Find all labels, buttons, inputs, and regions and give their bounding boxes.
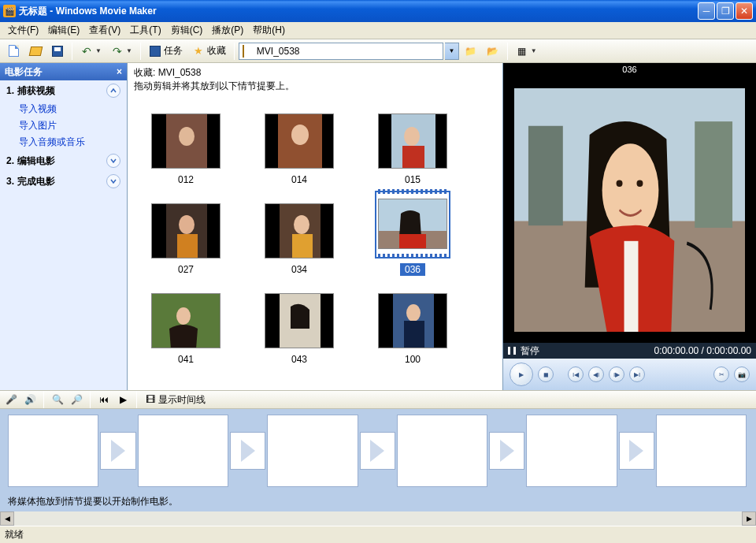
scroll-track[interactable] bbox=[14, 511, 742, 526]
open-button[interactable] bbox=[25, 42, 46, 61]
collection-select-dropdown[interactable]: ▼ bbox=[445, 43, 459, 60]
up-folder-icon: 📁 bbox=[465, 45, 477, 58]
redo-button[interactable]: ↷▼ bbox=[107, 42, 136, 61]
transition-slot[interactable] bbox=[100, 432, 135, 470]
task-section-capture[interactable]: 1. 捕获视频 bbox=[0, 80, 127, 101]
task-section-finish[interactable]: 3. 完成电影 bbox=[0, 171, 127, 192]
svg-point-1 bbox=[179, 127, 195, 146]
svg-point-3 bbox=[291, 125, 309, 145]
storyboard-slot[interactable] bbox=[8, 415, 98, 487]
storyboard-slot[interactable] bbox=[267, 415, 358, 487]
tasks-pane: 电影任务 × 1. 捕获视频 导入视频 导入图片 导入音频或音乐 2. 编辑电影… bbox=[0, 63, 128, 390]
storyboard-strip[interactable] bbox=[0, 409, 756, 492]
task-import-picture[interactable]: 导入图片 bbox=[0, 117, 127, 134]
maximize-button[interactable]: ❐ bbox=[717, 2, 734, 20]
transition-slot[interactable] bbox=[360, 432, 395, 470]
storyboard-slot[interactable] bbox=[138, 415, 228, 487]
svg-point-30 bbox=[636, 180, 643, 187]
menu-file[interactable]: 文件(F) bbox=[3, 22, 43, 39]
snapshot-button[interactable]: 📷 bbox=[734, 366, 750, 382]
stop-button[interactable]: ◼ bbox=[538, 366, 554, 382]
thumb-label: 012 bbox=[173, 173, 198, 186]
show-timeline-button[interactable]: 🎞 显示时间线 bbox=[143, 393, 209, 407]
collection-select-value: MVI_0538 bbox=[257, 46, 439, 57]
toolbar: ↶▼ ↷▼ 任务 ★ 收藏 MVI_0538 ▼ 📁 📂 ▦▼ bbox=[0, 39, 756, 63]
scroll-right-button[interactable]: ▶ bbox=[742, 511, 756, 526]
next-clip-button[interactable]: ▶I bbox=[629, 366, 645, 382]
pause-icon bbox=[508, 347, 516, 355]
thumb-label: 036 bbox=[400, 263, 425, 276]
new-button[interactable] bbox=[3, 42, 24, 61]
zoom-in-button[interactable]: 🔍 bbox=[50, 392, 65, 407]
transition-slot[interactable] bbox=[489, 432, 524, 470]
thumb-image bbox=[378, 113, 447, 169]
tasks-header-label: 电影任务 bbox=[5, 65, 43, 79]
transition-icon bbox=[370, 440, 384, 462]
thumb-label: 034 bbox=[287, 263, 312, 276]
clip-thumb[interactable]: 027 bbox=[131, 189, 241, 276]
tasks-close-icon[interactable]: × bbox=[117, 66, 122, 77]
collection-button[interactable]: ★ 收藏 bbox=[188, 42, 230, 61]
menu-view[interactable]: 查看(V) bbox=[84, 22, 125, 39]
open-folder-icon bbox=[29, 45, 42, 58]
clip-thumb[interactable]: 012 bbox=[131, 99, 241, 186]
preview-pane: 036 暂停 bbox=[502, 63, 756, 390]
step-fwd-button[interactable]: I▶ bbox=[609, 366, 624, 382]
clip-thumb[interactable]: 041 bbox=[131, 279, 241, 366]
transition-slot[interactable] bbox=[619, 432, 654, 470]
undo-icon: ↶ bbox=[80, 45, 93, 58]
thumb-image bbox=[151, 113, 220, 169]
preview-status-bar: 暂停 0:00:00.00 / 0:00:00.00 bbox=[503, 343, 756, 359]
new-folder-button[interactable]: 📂 bbox=[483, 42, 503, 61]
svg-rect-12 bbox=[292, 234, 313, 258]
tasks-button[interactable]: 任务 bbox=[145, 42, 187, 61]
transition-slot[interactable] bbox=[230, 432, 265, 470]
svg-rect-26 bbox=[528, 126, 563, 225]
clip-thumb[interactable]: 043 bbox=[244, 279, 354, 366]
new-doc-icon bbox=[7, 45, 20, 58]
clip-thumb[interactable]: 034 bbox=[244, 189, 354, 276]
menu-tools[interactable]: 工具(T) bbox=[125, 22, 165, 39]
rewind-button[interactable]: ⏮ bbox=[96, 392, 112, 407]
collection-select[interactable]: MVI_0538 bbox=[239, 43, 443, 60]
statusbar: 就绪 bbox=[0, 526, 756, 543]
audio-levels-button[interactable]: 🔊 bbox=[22, 392, 38, 407]
task-import-audio[interactable]: 导入音频或音乐 bbox=[0, 134, 127, 151]
up-level-button[interactable]: 📁 bbox=[461, 42, 481, 61]
prev-clip-button[interactable]: I◀ bbox=[568, 366, 584, 382]
clip-thumb[interactable]: 100 bbox=[358, 279, 468, 366]
play-timeline-button[interactable]: ▶ bbox=[115, 392, 131, 407]
step-back-button[interactable]: ◀I bbox=[588, 366, 604, 382]
storyboard-slot[interactable] bbox=[526, 415, 617, 487]
task-import-video[interactable]: 导入视频 bbox=[0, 101, 127, 117]
menu-edit[interactable]: 编辑(E) bbox=[43, 22, 84, 39]
preview-image bbox=[514, 88, 745, 332]
narrate-button[interactable]: 🎤 bbox=[3, 392, 19, 407]
play-button[interactable]: ▶ bbox=[510, 363, 533, 386]
view-mode-button[interactable]: ▦▼ bbox=[512, 42, 541, 61]
timeline-toolbar: 🎤 🔊 🔍 🔎 ⏮ ▶ 🎞 显示时间线 bbox=[0, 390, 756, 409]
undo-button[interactable]: ↶▼ bbox=[76, 42, 106, 61]
split-button[interactable]: ✂ bbox=[713, 366, 729, 382]
thumb-label: 027 bbox=[173, 263, 198, 276]
scroll-left-button[interactable]: ◀ bbox=[0, 511, 14, 526]
svg-rect-23 bbox=[404, 321, 424, 348]
minimize-button[interactable]: ─ bbox=[698, 2, 715, 20]
task-section-edit[interactable]: 2. 编辑电影 bbox=[0, 151, 127, 171]
clip-thumb-selected[interactable]: 036 bbox=[358, 189, 468, 276]
storyboard-slot[interactable] bbox=[656, 415, 747, 487]
collection-grid: 012 014 015 027 034 bbox=[128, 96, 502, 390]
menu-play[interactable]: 播放(P) bbox=[207, 22, 248, 39]
chevron-down-icon[interactable] bbox=[106, 174, 120, 188]
chevron-up-icon[interactable] bbox=[106, 84, 120, 98]
zoom-out-button[interactable]: 🔎 bbox=[69, 392, 84, 407]
menu-help[interactable]: 帮助(H) bbox=[248, 22, 290, 39]
storyboard-scrollbar[interactable]: ◀ ▶ bbox=[0, 511, 756, 526]
clip-thumb[interactable]: 014 bbox=[244, 99, 354, 186]
clip-thumb[interactable]: 015 bbox=[358, 99, 468, 186]
close-button[interactable]: ✕ bbox=[736, 2, 753, 20]
menu-clip[interactable]: 剪辑(C) bbox=[166, 22, 208, 39]
save-button[interactable] bbox=[47, 42, 68, 61]
storyboard-slot[interactable] bbox=[397, 415, 487, 487]
chevron-down-icon[interactable] bbox=[106, 154, 120, 168]
